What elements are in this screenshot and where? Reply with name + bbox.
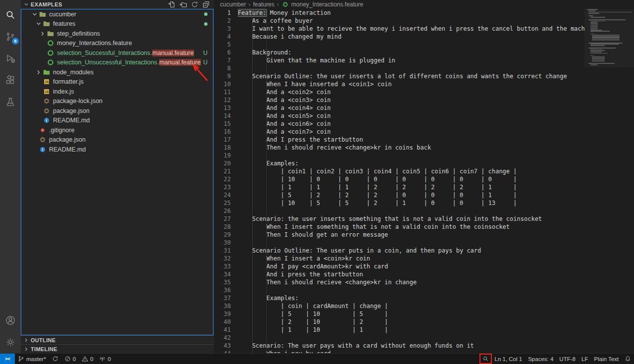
tree-item-readme-md[interactable]: README.md bbox=[21, 116, 213, 126]
code-viewport[interactable]: 1234567891011121314151617181920212223242… bbox=[214, 9, 634, 353]
chevron-down-icon[interactable] bbox=[30, 10, 39, 18]
chevron-right-icon[interactable] bbox=[38, 30, 47, 38]
breadcrumb-features[interactable]: features bbox=[253, 1, 274, 8]
status-sync[interactable] bbox=[49, 354, 61, 364]
timeline-panel-header[interactable]: TIMELINE bbox=[21, 344, 214, 353]
refresh-button[interactable] bbox=[191, 0, 199, 8]
code-line[interactable]: Then i should recieve <change>kr in chan… bbox=[238, 278, 584, 286]
status-git-branch[interactable]: master* bbox=[15, 354, 49, 364]
code-line[interactable] bbox=[238, 64, 584, 72]
code-line[interactable]: And a <coin2> coin bbox=[238, 88, 584, 96]
code-line[interactable]: When I insert something that is not a va… bbox=[238, 223, 584, 231]
code-line[interactable]: Examples: bbox=[238, 294, 584, 302]
breadcrumb-cucumber[interactable]: cucumber bbox=[220, 1, 246, 8]
code-line[interactable]: | 10 | 0 | 0 | 0 | 0 | 0 | 0 | 0 | bbox=[238, 175, 584, 183]
status-language-mode[interactable]: Plain Text bbox=[591, 354, 622, 364]
code-line[interactable]: And i press the startbutton bbox=[238, 270, 584, 278]
breadcrumb-separator: › bbox=[277, 1, 279, 8]
remote-indicator[interactable]: >< bbox=[0, 354, 15, 364]
code-line[interactable]: And I press the startbutton bbox=[238, 136, 584, 144]
code-line[interactable]: Then I should get an error message bbox=[238, 231, 584, 239]
status-cursor-position[interactable]: Ln 1, Col 1 bbox=[492, 354, 526, 364]
tree-item-selection-successful-interactions-manual-feature[interactable]: selection_Successful_Interactions.manual… bbox=[21, 48, 213, 58]
tree-item-formatter-js[interactable]: JSformatter.js bbox=[21, 77, 213, 87]
status-encoding[interactable]: UTF-8 bbox=[556, 354, 579, 364]
code-line[interactable]: Scenario Outline: The user puts in a coi… bbox=[238, 247, 584, 255]
tree-item-index-js[interactable]: JSindex.js bbox=[21, 87, 213, 97]
chevron-right-icon[interactable] bbox=[34, 68, 43, 76]
code-line[interactable]: | 5 | 2 | 2 | 2 | 0 | 0 | 0 | 1 | bbox=[238, 191, 584, 199]
tree-item-money-interactions-feature[interactable]: money_Interactions.feature bbox=[21, 39, 213, 49]
new-folder-button[interactable] bbox=[179, 0, 187, 8]
code-line[interactable]: Because i changed my mind bbox=[238, 33, 584, 41]
activity-search-button[interactable] bbox=[0, 4, 21, 26]
tree-item-node-modules[interactable]: node_modules bbox=[21, 67, 213, 77]
outline-panel-header[interactable]: OUTLINE bbox=[21, 335, 214, 344]
code-line[interactable]: And I pay <cardAmount>kr with card bbox=[238, 262, 584, 270]
status-ports[interactable]: 0 bbox=[96, 354, 113, 364]
code-line[interactable]: And a <coin5> coin bbox=[238, 112, 584, 120]
tree-item-package-lock-json[interactable]: package-lock.json bbox=[21, 97, 213, 106]
code-line[interactable]: Feature: Money interaction bbox=[238, 9, 584, 17]
activity-extensions-button[interactable] bbox=[0, 69, 21, 91]
status-notifications[interactable] bbox=[622, 354, 634, 364]
code-line[interactable]: As a coffee buyer bbox=[238, 17, 584, 25]
status-problems-errors[interactable]: 0 bbox=[61, 354, 79, 364]
code-line[interactable]: And a <coin4> coin bbox=[238, 104, 584, 112]
code-line[interactable]: | 1 | 1 | 1 | 2 | 2 | 2 | 2 | 1 | bbox=[238, 183, 584, 191]
tree-item-package-json[interactable]: package.json bbox=[21, 106, 213, 116]
code-line[interactable] bbox=[238, 286, 584, 294]
code-line[interactable]: I want to be able to recieve the money i… bbox=[238, 25, 584, 33]
code-line[interactable] bbox=[238, 152, 584, 159]
tree-item-cucumber[interactable]: cucumber bbox=[21, 9, 213, 19]
tree-item-readme-md[interactable]: README.md bbox=[21, 145, 213, 155]
code-line[interactable]: | coin | cardAmount | change | bbox=[238, 302, 584, 310]
code-line[interactable]: When I have inserted a <coin1> coin bbox=[238, 80, 584, 88]
activity-source-control-button[interactable]: 6 bbox=[0, 26, 21, 48]
code-line[interactable] bbox=[238, 41, 584, 49]
tree-item-gitignore[interactable]: .gitignore bbox=[21, 125, 213, 135]
code-line[interactable]: | coin1 | coin2 | coin3 | coin4 | coin5 … bbox=[238, 167, 584, 175]
activity-run-debug-button[interactable] bbox=[0, 48, 21, 69]
status-problems-warnings[interactable]: 0 bbox=[79, 354, 96, 364]
status-eol[interactable]: LF bbox=[579, 354, 591, 364]
code-line[interactable]: When I insert a <coin>kr coin bbox=[238, 255, 584, 262]
code-line[interactable]: And a <coin7> coin bbox=[238, 128, 584, 136]
code-line[interactable]: When i pay by card bbox=[238, 350, 584, 353]
explorer-section-header[interactable]: EXAMPLES bbox=[21, 0, 214, 9]
code-line[interactable] bbox=[238, 334, 584, 342]
code-line[interactable]: And a <coin6> coin bbox=[238, 120, 584, 128]
code-line[interactable] bbox=[238, 207, 584, 215]
code-line[interactable]: Examples: bbox=[238, 159, 584, 167]
code-content[interactable]: Feature: Money interaction As a coffee b… bbox=[238, 9, 584, 353]
code-line[interactable]: Scenario Outline: the user inserts a lot… bbox=[238, 72, 584, 80]
tree-item-features[interactable]: features bbox=[21, 19, 213, 29]
line-number: 35 bbox=[214, 278, 238, 286]
code-line[interactable]: Then i should recieve <change>kr in coin… bbox=[238, 144, 584, 152]
activity-accounts-button[interactable] bbox=[0, 310, 21, 331]
extensions-icon bbox=[5, 75, 16, 86]
tree-item-selection-unsuccessful-interactions-manual-feature[interactable]: selection_Unsuccessful_Interactions.manu… bbox=[21, 58, 213, 68]
minimap[interactable] bbox=[584, 9, 634, 353]
code-line[interactable]: | 2 | 10 | 2 | bbox=[238, 318, 584, 326]
code-line[interactable]: Scenario: the user inserts something tha… bbox=[238, 215, 584, 223]
tree-item-label: cucumber bbox=[49, 11, 76, 18]
status-zoom[interactable] bbox=[479, 354, 492, 364]
tree-item-package-json[interactable]: package.json bbox=[21, 135, 213, 145]
code-line[interactable]: | 10 | 5 | 5 | 2 | 1 | 0 | 0 | 13 | bbox=[238, 199, 584, 207]
code-line[interactable]: Background: bbox=[238, 49, 584, 56]
code-line[interactable]: And a <coin3> coin bbox=[238, 96, 584, 104]
tree-item-step-definitions[interactable]: step_definitions bbox=[21, 29, 213, 39]
code-line[interactable] bbox=[238, 239, 584, 247]
code-line[interactable]: Scenario: The user pays with a card with… bbox=[238, 342, 584, 350]
activity-settings-button[interactable] bbox=[0, 331, 21, 353]
breadcrumb-money-interactions-feature[interactable]: money_Interactions.feature bbox=[281, 0, 363, 8]
chevron-down-icon[interactable] bbox=[34, 20, 43, 28]
collapse-all-button[interactable] bbox=[202, 0, 210, 8]
new-file-button[interactable] bbox=[168, 0, 176, 8]
code-line[interactable]: | 5 | 10 | 5 | bbox=[238, 310, 584, 318]
code-line[interactable]: Given that the machine is plugged in bbox=[238, 56, 584, 64]
activity-testing-button[interactable] bbox=[0, 91, 21, 113]
code-line[interactable]: | 1 | 10 | 1 | bbox=[238, 326, 584, 334]
status-indentation[interactable]: Spaces: 4 bbox=[525, 354, 556, 364]
